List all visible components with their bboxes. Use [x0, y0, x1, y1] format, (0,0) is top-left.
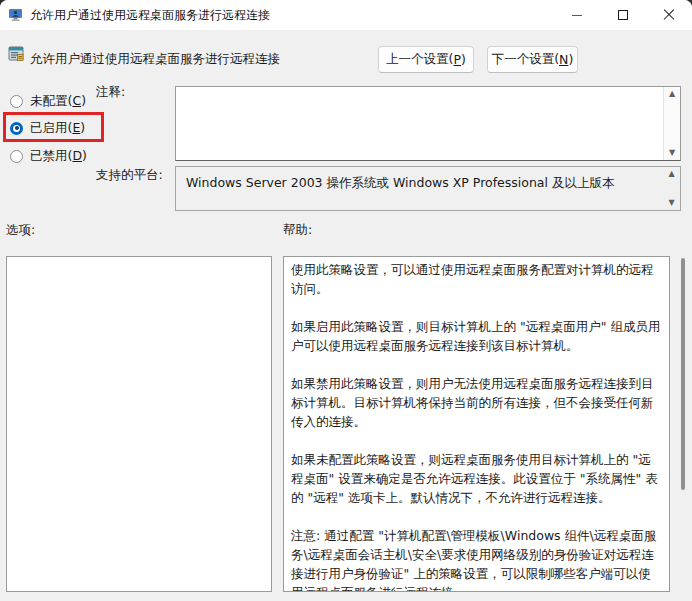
options-panel [6, 256, 272, 592]
help-label: 帮助: [283, 222, 312, 239]
comment-textbox[interactable]: ▲ ▼ [175, 86, 681, 161]
close-button[interactable] [646, 0, 692, 30]
help-panel[interactable]: 使用此策略设置，可以通过使用远程桌面服务配置对计算机的远程访问。 如果启用此策略… [283, 256, 670, 592]
remote-desktop-icon [8, 7, 24, 23]
radio-disabled-circle[interactable] [10, 150, 23, 163]
comment-label: 注释: [96, 84, 125, 101]
maximize-icon [618, 10, 628, 20]
previous-setting-mnemonic: P [453, 52, 461, 67]
help-text: 使用此策略设置，可以通过使用远程桌面服务配置对计算机的远程访问。 如果启用此策略… [284, 257, 669, 592]
scroll-up-icon[interactable]: ▲ [669, 90, 675, 98]
options-label: 选项: [6, 222, 35, 239]
setting-name: 允许用户通过使用远程桌面服务进行远程连接 [30, 46, 280, 72]
previous-setting-label-suffix: ) [461, 52, 466, 67]
close-icon [663, 9, 675, 21]
radio-enabled-circle[interactable] [10, 122, 23, 135]
help-paragraph: 注意: 通过配置 "计算机配置\管理模板\Windows 组件\远程桌面服务\远… [291, 526, 662, 592]
radio-enabled[interactable]: 已启用(E) [10, 120, 85, 136]
title-bar[interactable]: 允许用户通过使用远程桌面服务进行远程连接 [0, 0, 692, 30]
supported-on-label: 支持的平台: [96, 167, 163, 184]
radio-not-configured[interactable]: 未配置(C) [10, 93, 86, 109]
window-title: 允许用户通过使用远程桌面服务进行远程连接 [30, 0, 270, 30]
next-setting-label: 下一个设置( [492, 51, 559, 68]
minimize-icon [572, 15, 582, 16]
policy-setting-dialog: 允许用户通过使用远程桌面服务进行远程连接 允许用户通过使用远程桌面服务进行远程连… [0, 0, 692, 601]
previous-setting-label: 上一个设置( [386, 51, 453, 68]
supported-on-value: Windows Server 2003 操作系统或 Windows XP Pro… [186, 174, 656, 191]
previous-setting-button[interactable]: 上一个设置(P) [378, 46, 474, 73]
radio-disabled-label: 已禁用(D) [30, 148, 87, 165]
maximize-button[interactable] [600, 0, 646, 30]
minimize-button[interactable] [554, 0, 600, 30]
help-paragraph: 如果启用此策略设置，则目标计算机上的 "远程桌面用户" 组成员用户可以使用远程桌… [291, 317, 662, 355]
next-setting-button[interactable]: 下一个设置(N) [487, 46, 578, 73]
scroll-down-icon[interactable]: ▼ [669, 149, 675, 157]
next-setting-label-suffix: ) [568, 52, 573, 67]
radio-not-configured-circle[interactable] [10, 95, 23, 108]
radio-disabled[interactable]: 已禁用(D) [10, 148, 87, 164]
comment-scrollbar[interactable]: ▲ ▼ [663, 87, 680, 160]
help-paragraph: 如果未配置此策略设置，则远程桌面服务使用目标计算机上的 "远程桌面" 设置来确定… [291, 450, 662, 507]
help-scrollbar-thumb[interactable] [681, 258, 685, 490]
help-paragraph: 如果禁用此策略设置，则用户无法使用远程桌面服务远程连接到目标计算机。目标计算机将… [291, 374, 662, 431]
scroll-down-icon[interactable]: ▼ [668, 199, 674, 207]
help-paragraph: 使用此策略设置，可以通过使用远程桌面服务配置对计算机的远程访问。 [291, 260, 662, 298]
radio-enabled-label: 已启用(E) [30, 120, 85, 137]
supported-on-textbox[interactable]: Windows Server 2003 操作系统或 Windows XP Pro… [175, 166, 681, 211]
radio-not-configured-label: 未配置(C) [30, 93, 86, 110]
supported-on-scrollbar[interactable]: ▲ ▼ [663, 167, 680, 210]
policy-setting-icon [8, 46, 24, 62]
scroll-up-icon[interactable]: ▲ [668, 170, 674, 178]
next-setting-mnemonic: N [559, 52, 568, 67]
